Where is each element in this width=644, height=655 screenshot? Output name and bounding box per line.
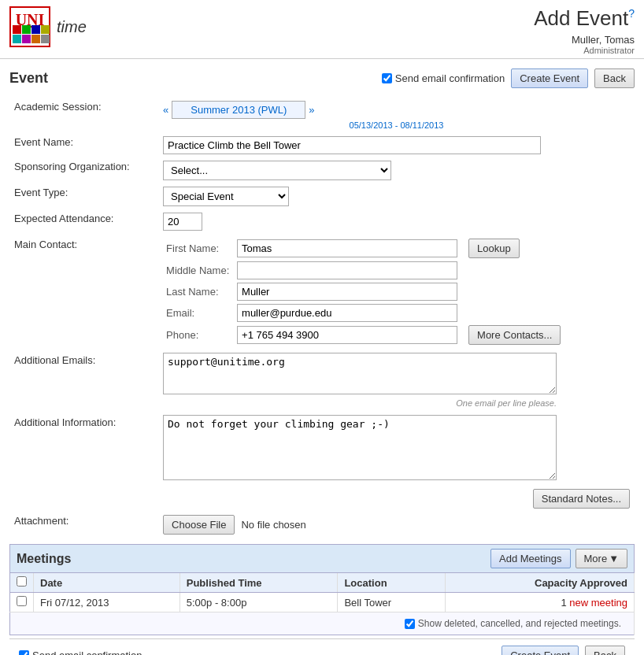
send-email-checkbox[interactable] [382, 73, 392, 83]
meetings-header-row: Date Published Time Location Capacity Ap… [10, 573, 635, 593]
attachment-value: Choose File No file chosen [158, 512, 635, 538]
expected-attendance-row: Expected Attendance: [9, 209, 635, 234]
sponsoring-org-value: Select... [158, 157, 635, 183]
additional-emails-row: Additional Emails: support@unitime.org O… [9, 350, 635, 412]
additional-emails-textarea[interactable]: support@unitime.org [163, 353, 557, 394]
session-next-button[interactable]: » [309, 104, 314, 116]
phone-label: Phone: [163, 324, 234, 346]
user-info: Muller, Tomas Administrator [534, 34, 635, 55]
table-row: Fri 07/12, 2013 5:00p - 8:00p Bell Tower… [10, 593, 635, 612]
middle-name-label: Middle Name: [163, 260, 234, 281]
sponsoring-org-select[interactable]: Select... [163, 161, 391, 180]
row-checkbox-cell [10, 593, 34, 612]
session-nav: « » [163, 101, 630, 119]
row-published-time: 5:00p - 8:00p [180, 593, 338, 612]
first-name-label: First Name: [163, 237, 234, 260]
session-date: 05/13/2013 - 08/11/2013 [163, 120, 630, 130]
event-type-value: Special Event [158, 183, 635, 209]
event-name-value [158, 133, 635, 157]
col-location: Location [338, 573, 445, 593]
phone-input[interactable] [237, 326, 457, 344]
show-deleted-label: Show deleted, cancelled, and rejected me… [17, 616, 627, 631]
bottom-send-email-label[interactable]: Send email confirmation [19, 649, 142, 655]
username: Muller, Tomas [534, 34, 635, 46]
standard-notes-row: Standard Notes... [9, 486, 635, 512]
new-meeting-link[interactable]: new meeting [569, 597, 627, 609]
session-prev-button[interactable]: « [163, 104, 168, 116]
bottom-bar: Send email confirmation Create Event Bac… [9, 638, 635, 655]
event-form: Academic Session: « » 05/13/2013 - 08/11… [9, 98, 635, 538]
page-title: Add Event? [534, 6, 635, 31]
no-file-chosen: No file chosen [241, 519, 305, 531]
first-name-value [234, 237, 461, 260]
bottom-back-button[interactable]: Back [585, 646, 625, 655]
choose-file-button[interactable]: Choose File [163, 515, 235, 535]
more-contacts-cell: More Contacts... [461, 324, 564, 346]
first-name-row: First Name: Lookup [163, 237, 564, 260]
row-date: Fri 07/12, 2013 [34, 593, 180, 612]
email-label: Email: [163, 302, 234, 324]
expected-attendance-value [158, 209, 635, 234]
sponsoring-org-label: Sponsoring Organization: [9, 157, 158, 183]
logo-box: UNI [9, 6, 50, 47]
bottom-send-email-checkbox[interactable] [19, 650, 29, 655]
phone-value [234, 324, 461, 346]
main-contact-label: Main Contact: [9, 234, 158, 350]
event-section-header: Event Send email confirmation Create Eve… [9, 65, 635, 91]
last-name-input[interactable] [237, 283, 457, 301]
main-content: Event Send email confirmation Create Eve… [0, 59, 644, 655]
bottom-actions: Create Event Back [502, 646, 625, 655]
show-deleted-checkbox[interactable] [405, 619, 415, 629]
col-checkbox [10, 573, 34, 593]
email-value [234, 302, 461, 324]
middle-name-input[interactable] [237, 261, 457, 279]
academic-session-value: « » 05/13/2013 - 08/11/2013 [158, 98, 635, 133]
attachment-row: Attachment: Choose File No file chosen [9, 512, 635, 538]
add-meetings-button[interactable]: Add Meetings [490, 549, 571, 568]
last-name-value [234, 281, 461, 302]
page-header: UNI time Add Event? Muller, Tomas Admini… [0, 0, 644, 59]
more-button[interactable]: More ▼ [576, 549, 628, 568]
col-date: Date [34, 573, 180, 593]
send-email-label[interactable]: Send email confirmation [382, 72, 505, 84]
help-icon[interactable]: ? [628, 7, 635, 20]
meetings-actions: Add Meetings More ▼ [490, 549, 627, 568]
academic-session-label: Academic Session: [9, 98, 158, 133]
create-event-button[interactable]: Create Event [511, 68, 588, 88]
event-type-select[interactable]: Special Event [163, 187, 289, 206]
page-title-area: Add Event? Muller, Tomas Administrator [534, 6, 635, 55]
back-button[interactable]: Back [594, 68, 635, 88]
additional-emails-hint: One email per line please. [456, 398, 557, 408]
email-input[interactable] [237, 304, 457, 322]
row-checkbox[interactable] [17, 596, 27, 606]
meetings-table: Date Published Time Location Capacity Ap… [9, 573, 635, 635]
standard-notes-button[interactable]: Standard Notes... [533, 489, 630, 509]
expected-attendance-input[interactable] [163, 213, 202, 231]
more-contacts-button[interactable]: More Contacts... [468, 325, 561, 345]
dropdown-arrow-icon: ▼ [609, 553, 619, 564]
bottom-create-event-button[interactable]: Create Event [502, 646, 579, 655]
last-name-label: Last Name: [163, 281, 234, 302]
session-input[interactable] [172, 101, 305, 119]
main-contact-value: First Name: Lookup Middle Name: [158, 234, 635, 350]
event-name-input[interactable] [163, 136, 541, 154]
col-capacity-approved: Capacity Approved [445, 573, 634, 593]
additional-emails-value: support@unitime.org One email per line p… [158, 350, 635, 412]
select-all-checkbox[interactable] [17, 576, 27, 587]
user-role: Administrator [534, 46, 635, 55]
lookup-cell: Lookup [461, 237, 564, 260]
event-name-label: Event Name: [9, 133, 158, 157]
lookup-button[interactable]: Lookup [468, 239, 520, 258]
email-row: Email: [163, 302, 564, 324]
meetings-header: Meetings Add Meetings More ▼ [9, 544, 635, 573]
show-deleted-cell: Show deleted, cancelled, and rejected me… [10, 612, 635, 635]
additional-info-value: Do not forget your climbing gear ;-) [158, 412, 635, 486]
additional-info-textarea[interactable]: Do not forget your climbing gear ;-) [163, 415, 557, 480]
logo-area: UNI time [9, 6, 87, 47]
attachment-area: Choose File No file chosen [163, 515, 630, 535]
event-type-row: Event Type: Special Event [9, 183, 635, 209]
logo-time: time [57, 18, 87, 36]
first-name-input[interactable] [237, 239, 457, 257]
main-contact-row: Main Contact: First Name: Lookup [9, 234, 635, 350]
contact-table: First Name: Lookup Middle Name: [163, 237, 564, 346]
